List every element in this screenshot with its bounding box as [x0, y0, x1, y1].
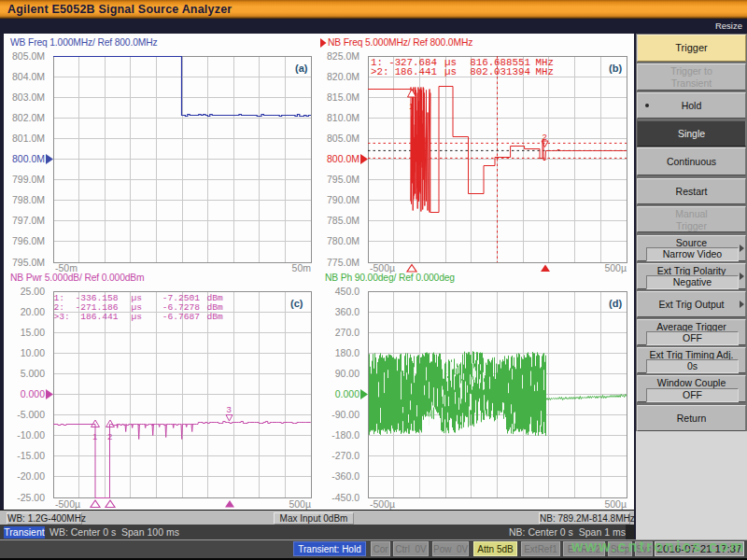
- svg-text:NB Freq 5.000MHz/ Ref 800.0MHz: NB Freq 5.000MHz/ Ref 800.0MHz: [328, 37, 472, 48]
- svg-text:WB Freq 1.000MHz/ Ref 800.0MHz: WB Freq 1.000MHz/ Ref 800.0MHz: [10, 37, 157, 48]
- svg-text:804.0M: 804.0M: [12, 71, 45, 82]
- svg-text:500µ: 500µ: [289, 498, 311, 510]
- svg-text:-10.00: -10.00: [17, 429, 45, 441]
- svg-text:270.0: 270.0: [335, 327, 359, 338]
- svg-text:797.0M: 797.0M: [12, 215, 45, 226]
- svg-text:10.00: 10.00: [21, 347, 45, 358]
- svg-text:-450.0: -450.0: [331, 492, 359, 503]
- svg-text:µs: µs: [444, 66, 457, 77]
- svg-text:5.000: 5.000: [21, 368, 45, 379]
- svg-text:186.441: 186.441: [80, 312, 119, 322]
- svg-text:-270.0: -270.0: [331, 450, 359, 461]
- svg-text:(b): (b): [609, 63, 622, 74]
- svg-text:500µ: 500µ: [604, 262, 627, 273]
- svg-text:795.0M: 795.0M: [12, 257, 45, 268]
- svg-text:1: 1: [409, 101, 414, 111]
- svg-text:780.0M: 780.0M: [327, 235, 359, 246]
- svg-text:dBm: dBm: [207, 312, 224, 322]
- svg-text:-360.0: -360.0: [331, 470, 359, 482]
- svg-text:810.0M: 810.0M: [327, 112, 359, 123]
- svg-text:-6.7687: -6.7687: [162, 312, 200, 322]
- svg-text:3: 3: [227, 404, 232, 414]
- svg-text:-20.00: -20.00: [17, 470, 45, 482]
- svg-text:798.0M: 798.0M: [12, 194, 45, 205]
- svg-text:-50m: -50m: [55, 262, 78, 273]
- svg-text:450.0: 450.0: [335, 286, 359, 297]
- svg-text:(d): (d): [609, 298, 622, 309]
- svg-text:500µ: 500µ: [604, 498, 627, 510]
- svg-text:-90.00: -90.00: [331, 409, 359, 420]
- svg-text:NB Pwr 5.000dB/ Ref 0.000dBm: NB Pwr 5.000dB/ Ref 0.000dBm: [10, 273, 144, 283]
- svg-text:796.0M: 796.0M: [12, 235, 45, 246]
- svg-text:360.0: 360.0: [335, 306, 359, 317]
- svg-text:802.0M: 802.0M: [12, 112, 45, 123]
- svg-text:-180.0: -180.0: [331, 429, 359, 441]
- svg-text:820.0M: 820.0M: [327, 71, 359, 82]
- svg-text:-500µ: -500µ: [370, 498, 395, 510]
- svg-text:800.0M: 800.0M: [327, 153, 359, 164]
- svg-text:-15.00: -15.00: [17, 450, 45, 461]
- svg-text:1: 1: [92, 431, 97, 441]
- svg-text:805.0M: 805.0M: [327, 133, 359, 144]
- svg-text:795.0M: 795.0M: [327, 174, 359, 185]
- svg-text:0.000: 0.000: [21, 388, 45, 399]
- svg-text:25.00: 25.00: [21, 286, 45, 297]
- svg-text:MHz: MHz: [536, 66, 554, 77]
- svg-text:790.0M: 790.0M: [327, 194, 359, 205]
- svg-text:802.031394: 802.031394: [470, 66, 530, 77]
- svg-text:801.0M: 801.0M: [12, 133, 45, 144]
- svg-text:2: 2: [107, 431, 112, 441]
- svg-text:775.0M: 775.0M: [327, 257, 359, 268]
- svg-text:825.0M: 825.0M: [327, 50, 359, 62]
- svg-text:799.0M: 799.0M: [12, 174, 45, 185]
- svg-text:50m: 50m: [292, 262, 312, 273]
- svg-text:-500µ: -500µ: [370, 262, 395, 273]
- svg-text:>3:: >3:: [54, 312, 70, 322]
- svg-text:0.000: 0.000: [335, 388, 359, 399]
- svg-text:800.0M: 800.0M: [12, 153, 45, 164]
- svg-text:186.441: 186.441: [395, 66, 437, 77]
- svg-text:-5.000: -5.000: [17, 409, 45, 420]
- svg-text:785.0M: 785.0M: [327, 215, 359, 226]
- svg-text:-25.00: -25.00: [17, 492, 45, 503]
- svg-text:(c): (c): [290, 298, 303, 309]
- svg-text:15.00: 15.00: [21, 327, 45, 338]
- svg-text:(a): (a): [295, 63, 308, 74]
- svg-text:180.0: 180.0: [335, 347, 359, 358]
- svg-text:>2:: >2:: [371, 66, 388, 77]
- svg-text:2: 2: [543, 132, 547, 142]
- svg-text:90.00: 90.00: [335, 368, 359, 379]
- svg-text:815.0M: 815.0M: [327, 91, 359, 103]
- svg-text:20.00: 20.00: [21, 306, 45, 317]
- svg-text:805.0M: 805.0M: [12, 50, 45, 62]
- svg-text:803.0M: 803.0M: [12, 91, 45, 103]
- svg-text:-500µ: -500µ: [55, 498, 80, 510]
- svg-text:NB Ph 90.00deg/ Ref 0.000deg: NB Ph 90.00deg/ Ref 0.000deg: [325, 273, 455, 283]
- svg-text:µs: µs: [132, 312, 143, 322]
